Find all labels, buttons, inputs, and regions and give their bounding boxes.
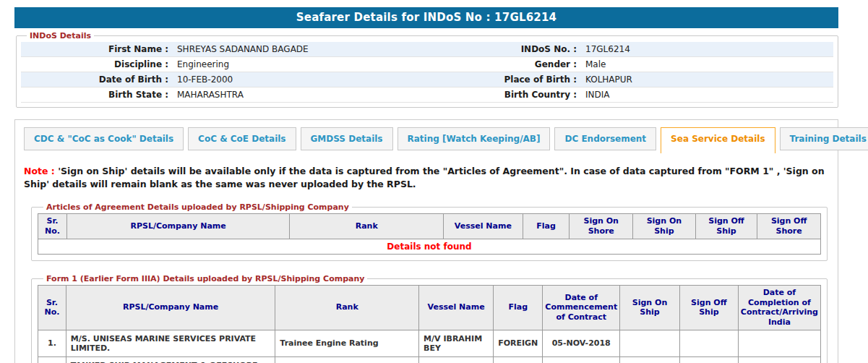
column-header: Sign On Shore: [570, 214, 633, 239]
rank-cell: Trainee Engine Rating: [275, 330, 419, 356]
column-header: RPSL/Company Name: [66, 285, 275, 330]
field-value: MAHARASHTRA: [173, 87, 462, 103]
commencement-date-cell: 05-NOV-2018: [543, 330, 620, 356]
column-header: Vessel Name: [444, 214, 523, 239]
form1-legend: Form 1 (Earlier Form IIIA) Details uploa…: [43, 274, 367, 283]
rank-cell: Wiper: [275, 356, 419, 363]
company-cell: M/S. UNISEAS MARINE SERVICES PRIVATE LIM…: [66, 330, 275, 356]
commencement-date-cell: 27-OCT-2018: [543, 356, 620, 363]
field-value: Male: [581, 57, 833, 72]
detail-row: Discipline : Engineering Gender : Male: [21, 57, 833, 72]
column-header: Flag: [523, 214, 570, 239]
sr-no-cell: 1.: [38, 330, 66, 356]
column-header: Rank: [275, 285, 419, 330]
page: Seafarer Details for INDoS No : 17GL6214…: [14, 7, 838, 363]
tab-sea-service-details[interactable]: Sea Service Details: [661, 127, 775, 153]
tab-cdc-coc-as-cook-details[interactable]: CDC & "CoC as Cook" Details: [24, 127, 184, 150]
field-value: 17GL6214: [581, 42, 833, 57]
page-title: Seafarer Details for INDoS No : 17GL6214: [14, 7, 838, 28]
field-label: Gender :: [462, 57, 581, 72]
indos-details-panel: INDoS Details First Name : SHREYAS SADAN…: [16, 31, 838, 108]
column-header: RPSL/Company Name: [66, 214, 289, 239]
note-text: 'Sign on Ship' details will be available…: [24, 166, 825, 189]
sign-on-ship-note: Note : 'Sign on Ship' details will be av…: [24, 165, 829, 191]
empty-row: Details not found: [38, 239, 821, 254]
sr-no-cell: 2.: [38, 356, 66, 363]
table-header-row: Sr. No. RPSL/Company Name Rank Vessel Na…: [38, 214, 821, 239]
column-header: Vessel Name: [419, 285, 494, 330]
table-row: 2. TANKER SHIP MANAGEMENT & OFFSHORE PVT…: [38, 356, 821, 363]
tab-dc-endorsement[interactable]: DC Endorsement: [554, 127, 656, 150]
sign-on-ship-cell: [620, 330, 680, 356]
table-header-row: Sr. No. RPSL/Company Name Rank Vessel Na…: [38, 285, 821, 330]
detail-row: Date of Birth : 10-FEB-2000 Place of Bir…: [21, 72, 833, 87]
field-value: KOLHAPUR: [581, 72, 833, 87]
completion-date-cell: [738, 356, 820, 363]
form1-table: Sr. No. RPSL/Company Name Rank Vessel Na…: [38, 285, 821, 363]
field-value: 10-FEB-2000: [173, 72, 462, 87]
field-label: Discipline :: [21, 57, 173, 72]
form1-panel: Form 1 (Earlier Form IIIA) Details uploa…: [31, 274, 828, 363]
tab-content-panel: CDC & "CoC as Cook" Details CoC & CoE De…: [14, 119, 838, 363]
field-value: SHREYAS SADANAND BAGADE: [173, 42, 462, 57]
field-label: INDoS No. :: [462, 42, 581, 57]
vessel-cell: MV SEA DOVE: [419, 356, 494, 363]
flag-cell: FOREIGN: [494, 356, 543, 363]
company-cell: TANKER SHIP MANAGEMENT & OFFSHORE PVT LT…: [66, 356, 275, 363]
sign-off-ship-cell: [679, 330, 738, 356]
articles-of-agreement-legend: Articles of Agreement Details uploaded b…: [43, 202, 352, 212]
field-label: Date of Birth :: [21, 72, 173, 87]
field-value: Engineering: [173, 57, 462, 72]
sign-off-ship-cell: [679, 356, 738, 363]
completion-date-cell: [738, 330, 820, 356]
indos-details-legend: INDoS Details: [27, 31, 94, 40]
detail-row: Birth State : MAHARASHTRA Birth Country …: [21, 87, 833, 103]
column-header: Flag: [494, 285, 543, 330]
column-header: Sign Off Ship: [695, 214, 757, 239]
column-header: Sign Off Shore: [757, 214, 821, 239]
field-label: Birth Country :: [462, 87, 581, 103]
tab-training-details[interactable]: Training Details: [780, 127, 868, 150]
column-header: Date of Completion of Contract/Arriving …: [738, 285, 820, 330]
column-header: Sr. No.: [38, 214, 67, 239]
field-label: Birth State :: [21, 87, 173, 103]
field-value: INDIA: [581, 87, 833, 103]
field-label: Place of Birth :: [462, 72, 581, 87]
column-header: Sign On Ship: [620, 285, 680, 330]
column-header: Date of Commencement of Contract: [543, 285, 620, 330]
column-header: Sr. No.: [38, 285, 66, 330]
details-not-found-message: Details not found: [38, 239, 821, 254]
column-header: Sign Off Ship: [679, 285, 738, 330]
articles-of-agreement-table: Sr. No. RPSL/Company Name Rank Vessel Na…: [38, 213, 821, 255]
articles-of-agreement-panel: Articles of Agreement Details uploaded b…: [31, 202, 828, 261]
tab-coc-coe-details[interactable]: CoC & CoE Details: [188, 127, 296, 150]
field-label: First Name :: [21, 42, 173, 57]
indos-details-table: First Name : SHREYAS SADANAND BAGADE IND…: [21, 42, 833, 103]
table-row: 1. M/S. UNISEAS MARINE SERVICES PRIVATE …: [38, 330, 821, 356]
vessel-cell: M/V IBRAHIM BEY: [419, 330, 494, 356]
tab-gmdss-details[interactable]: GMDSS Details: [301, 127, 393, 150]
tab-bar: CDC & "CoC as Cook" Details CoC & CoE De…: [24, 127, 830, 153]
detail-row: First Name : SHREYAS SADANAND BAGADE IND…: [21, 42, 833, 57]
column-header: Rank: [290, 214, 444, 239]
tab-rating-watch-keeping-ab[interactable]: Rating [Watch Keeping/AB]: [398, 127, 551, 150]
note-prefix: Note :: [24, 166, 55, 176]
flag-cell: FOREIGN: [494, 330, 543, 356]
column-header: Sign On Ship: [633, 214, 696, 239]
sign-on-ship-cell: [620, 356, 680, 363]
